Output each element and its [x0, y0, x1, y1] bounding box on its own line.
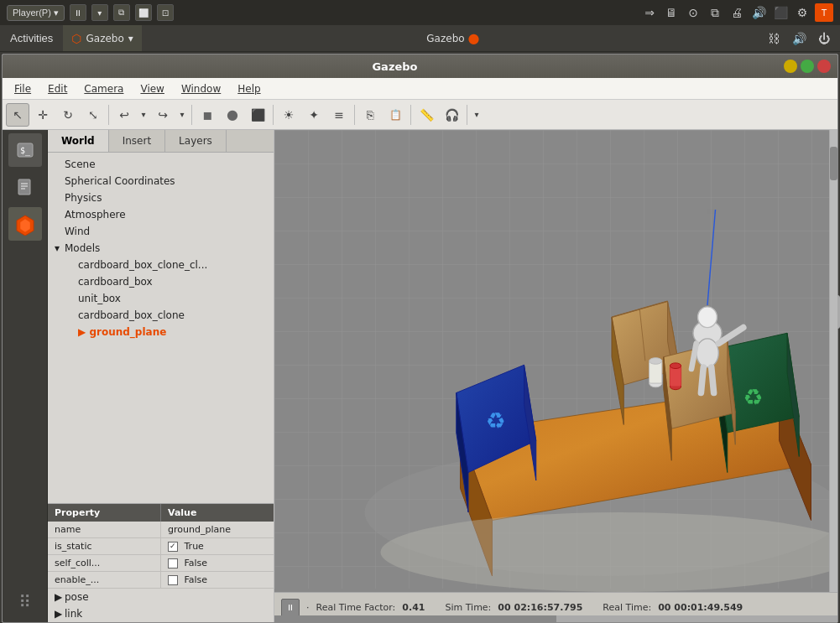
menu-edit[interactable]: Edit — [41, 80, 74, 97]
player-button[interactable]: Player(P) ▾ — [7, 5, 65, 21]
maximize-button[interactable] — [801, 60, 814, 73]
terminal-icon[interactable]: T — [815, 3, 833, 22]
pause-dropdown-sys[interactable]: ▾ — [91, 4, 108, 21]
dirlight-tool-button[interactable]: ≡ — [327, 103, 351, 127]
player-label: Player(P) — [13, 8, 51, 18]
status-pause-button[interactable]: ⏸ — [281, 599, 300, 617]
left-panel: World Insert Layers Scene Spherical Coor… — [48, 130, 274, 622]
tree-item-cardboard-box[interactable]: cardboard_box — [48, 273, 274, 290]
pointlight-tool-button[interactable]: ✦ — [302, 103, 326, 127]
toolbar-separator-6 — [467, 105, 467, 125]
gazebo-app-icon: ⬡ — [71, 32, 81, 45]
tree-item-models[interactable]: ▾ Models — [48, 240, 274, 257]
power-icon[interactable]: ⏻ — [815, 29, 833, 48]
menu-view[interactable]: View — [133, 80, 170, 97]
checkbox-static[interactable] — [168, 542, 178, 552]
pause-icon-sys[interactable]: ⏸ — [70, 4, 86, 21]
sun-tool-button[interactable]: ☀ — [277, 103, 300, 127]
taskbar-title: Gazebo — [426, 33, 464, 44]
volume-icon[interactable]: 🔊 — [749, 3, 768, 22]
window-list-icon[interactable]: ⬛ — [771, 3, 790, 22]
menu-window[interactable]: Window — [175, 80, 227, 97]
tab-insert[interactable]: Insert — [109, 130, 165, 152]
svg-point-42 — [381, 512, 838, 592]
props-row-name: name ground_plane — [48, 522, 274, 538]
more-tools-button[interactable]: ▾ — [471, 103, 483, 127]
select-tool-button[interactable]: ↖ — [6, 103, 29, 127]
tree-item-physics[interactable]: Physics — [48, 189, 274, 206]
sphere-tool-button[interactable]: ● — [221, 103, 244, 127]
toolbar-separator-5 — [410, 105, 411, 125]
tab-layers[interactable]: Layers — [165, 130, 227, 152]
viewport-scrollbar[interactable] — [274, 615, 837, 622]
menu-help[interactable]: Help — [231, 80, 267, 97]
tree-item-cardboard-clone-cl[interactable]: cardboard_box_clone_cl... — [48, 257, 274, 273]
sidebar-icon-grid[interactable]: ⠿ — [8, 585, 42, 619]
tree-item-cardboard-clone[interactable]: cardboard_box_clone — [48, 307, 274, 324]
tree-item-link[interactable]: ▶ link — [48, 605, 274, 622]
box-tool-button[interactable]: ▪ — [196, 103, 219, 127]
align-tool-button[interactable]: 📏 — [415, 103, 438, 127]
paste-tool-button[interactable]: 📋 — [383, 103, 407, 127]
menu-file[interactable]: File — [8, 80, 38, 97]
props-row-enable: enable_... False — [48, 572, 274, 589]
scale-tool-button[interactable]: ⤡ — [81, 103, 105, 127]
props-cell-static-key: is_static — [48, 538, 161, 554]
tree-item-spherical[interactable]: Spherical Coordinates — [48, 173, 274, 189]
panel-tabs: World Insert Layers — [48, 130, 274, 153]
enable-value-label: False — [185, 574, 208, 585]
redo-button[interactable]: ↪ — [151, 103, 175, 127]
viewport[interactable]: ♻ ♻ — [274, 130, 837, 622]
undo-button[interactable]: ↩ — [112, 103, 136, 127]
windows-icon-sys[interactable]: ⧉ — [113, 4, 130, 21]
print-icon[interactable]: 🖨 — [728, 3, 746, 22]
tree-item-wind[interactable]: Wind — [48, 223, 274, 240]
checkbox-selfcoll[interactable] — [168, 558, 178, 568]
network-icon[interactable]: ⛓ — [764, 29, 783, 48]
tree-item-unit-box[interactable]: unit_box — [48, 290, 274, 307]
menu-camera[interactable]: Camera — [77, 80, 130, 97]
record-circle-icon[interactable]: ⊙ — [684, 3, 702, 22]
tree-item-scene[interactable]: Scene — [48, 156, 274, 173]
activities-button[interactable]: Activities — [0, 25, 63, 51]
sidebar-icon-shell[interactable]: $_ — [8, 133, 42, 167]
undo-dropdown-button[interactable]: ▾ — [138, 103, 149, 127]
snap-tool-button[interactable]: 🎧 — [440, 103, 463, 127]
tree-item-atmosphere[interactable]: Atmosphere — [48, 206, 274, 223]
gear-icon[interactable]: ⚙ — [793, 3, 811, 22]
close-button[interactable] — [817, 60, 831, 73]
redo-dropdown-button[interactable]: ▾ — [176, 103, 188, 127]
screen2-icon[interactable]: ⧉ — [706, 3, 724, 22]
toolbar-separator-4 — [354, 105, 355, 125]
speaker-icon[interactable]: 🔊 — [790, 29, 808, 48]
sidebar-icon-files[interactable] — [8, 170, 42, 204]
cylinder-tool-button[interactable]: ⬛ — [246, 103, 269, 127]
props-header: Property Value — [48, 504, 274, 522]
props-col-property: Property — [48, 504, 161, 522]
copy-tool-button[interactable]: ⎘ — [358, 103, 382, 127]
sidebar-icon-gazebo[interactable] — [8, 207, 42, 241]
svg-point-30 — [650, 358, 662, 365]
svg-point-36 — [698, 307, 717, 328]
viewport-right-scrollbar-thumb — [830, 147, 837, 180]
tree-item-pose[interactable]: ▶ pose — [48, 589, 274, 605]
rotate-tool-button[interactable]: ↻ — [56, 103, 80, 127]
props-cell-enable-val: False — [161, 572, 274, 588]
toolbar-separator-2 — [191, 105, 192, 125]
screen-icon-sys[interactable]: ⬜ — [135, 4, 152, 21]
viewport-right-scrollbar[interactable] — [829, 130, 837, 592]
translate-tool-button[interactable]: ✛ — [31, 103, 55, 127]
forward-icon[interactable]: ⇒ — [640, 3, 659, 22]
pose-arrow: ▶ — [55, 591, 65, 603]
tree-item-ground-plane[interactable]: ▶ ground_plane — [48, 324, 274, 340]
gazebo-app-label: Gazebo — [86, 33, 124, 44]
gazebo-app-button[interactable]: ⬡ Gazebo ▾ — [63, 25, 142, 51]
svg-point-35 — [697, 339, 719, 367]
monitor-icon[interactable]: 🖥 — [662, 3, 681, 22]
minimize-button[interactable] — [784, 60, 797, 73]
toolbar-separator-3 — [273, 105, 274, 125]
record-icon-sys[interactable]: ⊡ — [157, 4, 174, 21]
checkbox-enable[interactable] — [168, 575, 178, 585]
svg-rect-2 — [18, 179, 30, 195]
tab-world[interactable]: World — [48, 130, 109, 152]
